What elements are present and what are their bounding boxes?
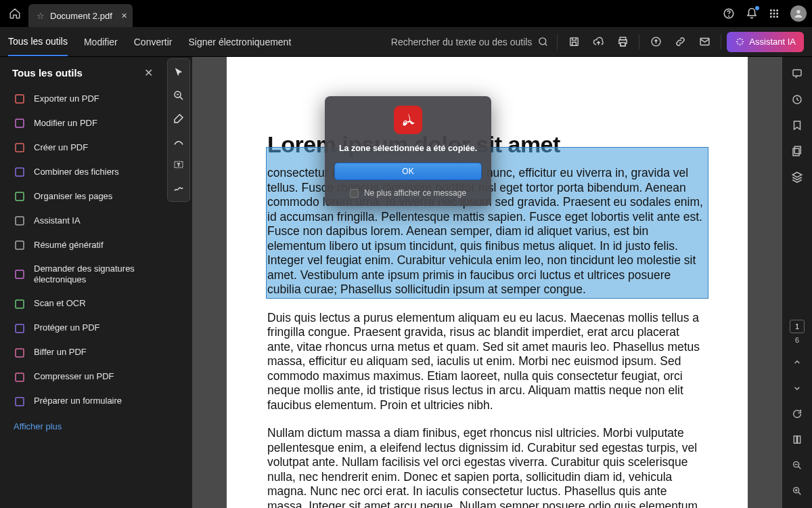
tool-item[interactable]: Exporter un PDF bbox=[7, 87, 158, 110]
email-icon[interactable] bbox=[694, 31, 715, 53]
tool-item[interactable]: Scan et OCR bbox=[7, 293, 158, 316]
save-icon[interactable] bbox=[563, 31, 585, 53]
search-input[interactable]: Rechercher du texte ou des outils bbox=[391, 36, 549, 47]
rotate-icon[interactable] bbox=[786, 402, 809, 425]
window-tabbar: ☆ Document 2.pdf ✕ bbox=[0, 0, 812, 27]
tab-modify[interactable]: Modifier bbox=[84, 28, 118, 56]
star-icon[interactable]: ☆ bbox=[37, 11, 45, 21]
svg-rect-21 bbox=[16, 168, 24, 176]
tool-label: Modifier un PDF bbox=[34, 118, 97, 129]
svg-rect-7 bbox=[776, 13, 778, 15]
checkbox[interactable] bbox=[350, 189, 359, 198]
svg-rect-9 bbox=[773, 16, 775, 18]
avatar[interactable] bbox=[790, 5, 807, 22]
tools-panel: Tous les outils ✕ Exporter un PDFModifie… bbox=[0, 57, 165, 508]
tool-item[interactable]: Modifier un PDF bbox=[7, 112, 158, 135]
svg-rect-18 bbox=[16, 95, 24, 103]
tools-title: Tous les outils bbox=[12, 67, 83, 79]
document-tab[interactable]: ☆ Document 2.pdf ✕ bbox=[28, 4, 133, 27]
tool-item[interactable]: Préparer un formulaire bbox=[7, 390, 158, 413]
copy-confirmation-dialog: La zone sélectionnée a été copiée. OK Ne… bbox=[325, 96, 491, 206]
svg-rect-29 bbox=[16, 373, 24, 381]
tool-icon bbox=[14, 298, 26, 310]
tool-label: Assistant IA bbox=[34, 215, 81, 226]
tool-item[interactable]: Biffer un PDF bbox=[7, 341, 158, 364]
svg-rect-4 bbox=[776, 9, 778, 12]
svg-rect-8 bbox=[770, 16, 772, 18]
link-icon[interactable] bbox=[669, 31, 691, 53]
search-icon bbox=[537, 36, 549, 47]
cloud-upload-icon[interactable] bbox=[587, 31, 609, 53]
svg-rect-3 bbox=[773, 9, 775, 12]
tool-icon bbox=[14, 93, 26, 105]
tool-icon bbox=[14, 215, 26, 227]
close-icon[interactable]: ✕ bbox=[121, 12, 127, 20]
highlight-tool-icon[interactable] bbox=[168, 108, 189, 129]
show-more-link[interactable]: Afficher plus bbox=[7, 413, 158, 431]
page-down-icon[interactable] bbox=[786, 377, 809, 400]
right-rail: 1 6 bbox=[782, 57, 812, 508]
apps-icon[interactable] bbox=[769, 8, 780, 19]
tool-label: Créer un PDF bbox=[34, 142, 88, 153]
svg-rect-5 bbox=[770, 13, 772, 15]
bell-icon[interactable] bbox=[746, 7, 758, 20]
tab-all-tools[interactable]: Tous les outils bbox=[8, 28, 68, 56]
tool-label: Préparer un formulaire bbox=[34, 396, 122, 406]
svg-rect-15 bbox=[621, 43, 625, 46]
page-total: 6 bbox=[795, 336, 799, 348]
comment-icon[interactable] bbox=[786, 62, 809, 85]
page-up-icon[interactable] bbox=[786, 351, 809, 374]
tool-label: Combiner des fichiers bbox=[34, 167, 119, 177]
view-mode-icon[interactable] bbox=[786, 428, 809, 451]
tool-icon bbox=[14, 142, 26, 154]
dont-show-again[interactable]: Ne plus afficher ce message bbox=[350, 188, 466, 198]
svg-rect-25 bbox=[16, 270, 24, 278]
share-upload-icon[interactable] bbox=[645, 31, 667, 53]
tool-icon bbox=[14, 347, 26, 359]
selection-tool-icon[interactable] bbox=[168, 62, 189, 83]
sign-tool-icon[interactable] bbox=[168, 177, 189, 198]
tool-icon bbox=[14, 190, 26, 203]
home-button[interactable] bbox=[5, 0, 24, 27]
svg-rect-6 bbox=[773, 13, 775, 15]
tool-label: Organiser les pages bbox=[34, 191, 112, 202]
tool-label: Protéger un PDF bbox=[34, 322, 100, 333]
svg-rect-28 bbox=[16, 349, 24, 357]
draw-tool-icon[interactable] bbox=[168, 131, 189, 152]
bookmark-flag-icon[interactable] bbox=[786, 114, 809, 137]
tool-item[interactable]: Combiner des fichiers bbox=[7, 161, 158, 184]
acrobat-logo-icon bbox=[394, 106, 422, 134]
layers-icon[interactable] bbox=[786, 165, 809, 188]
tool-item[interactable]: Compresser un PDF bbox=[7, 366, 158, 389]
svg-rect-23 bbox=[16, 217, 24, 225]
tool-icon bbox=[14, 166, 26, 178]
pages-icon[interactable] bbox=[786, 140, 809, 163]
zoom-out-icon[interactable] bbox=[786, 454, 809, 477]
page-number-input[interactable]: 1 bbox=[790, 320, 805, 333]
svg-point-1 bbox=[729, 16, 729, 16]
tool-label: Scan et OCR bbox=[34, 298, 86, 309]
ok-button[interactable]: OK bbox=[334, 163, 482, 180]
close-panel-icon[interactable]: ✕ bbox=[144, 66, 153, 79]
tool-icon bbox=[14, 268, 26, 280]
tab-sign[interactable]: Signer électroniquement bbox=[189, 28, 292, 56]
search-placeholder: Rechercher du texte ou des outils bbox=[391, 37, 533, 47]
print-icon[interactable] bbox=[612, 31, 633, 53]
history-icon[interactable] bbox=[786, 88, 809, 111]
zoom-in-icon[interactable] bbox=[786, 480, 809, 503]
tab-title: Document 2.pdf bbox=[50, 11, 112, 21]
tool-label: Exporter un PDF bbox=[34, 93, 99, 104]
tool-item[interactable]: Organiser les pages bbox=[7, 185, 158, 208]
tool-item[interactable]: Demander des signatures électroniques bbox=[7, 258, 158, 291]
zoom-tool-icon[interactable] bbox=[168, 85, 189, 106]
tool-item[interactable]: Protéger un PDF bbox=[7, 317, 158, 340]
tool-label: Demander des signatures électroniques bbox=[34, 263, 152, 286]
tool-item[interactable]: Assistant IA bbox=[7, 209, 158, 232]
assistant-button[interactable]: Assistant IA bbox=[727, 32, 804, 52]
tool-icon bbox=[14, 371, 26, 383]
tool-item[interactable]: Créer un PDF bbox=[7, 136, 158, 159]
tab-convert[interactable]: Convertir bbox=[134, 28, 173, 56]
help-icon[interactable] bbox=[723, 7, 735, 20]
text-box-tool-icon[interactable] bbox=[168, 154, 189, 175]
tool-item[interactable]: Résumé génératif bbox=[7, 234, 158, 257]
